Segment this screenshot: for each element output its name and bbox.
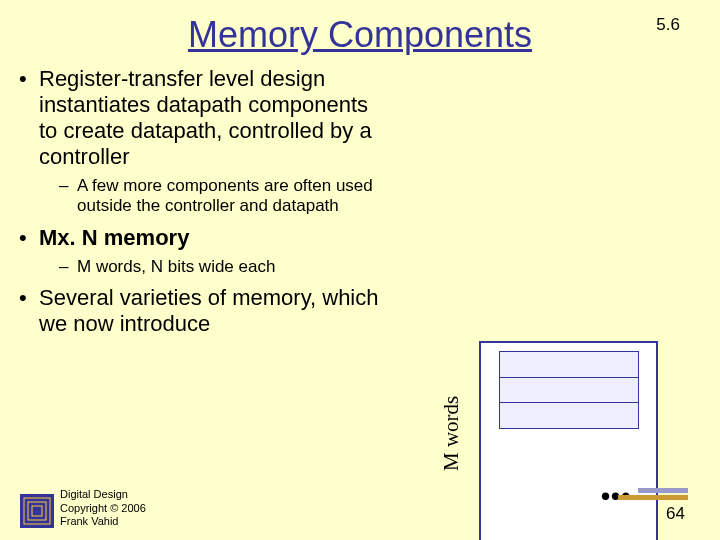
bullet-2: Mx. N memory M words, N bits wide each xyxy=(15,225,389,277)
logo-icon xyxy=(20,494,54,528)
text-column: Register-transfer level design instantia… xyxy=(15,66,399,540)
bullet-1: Register-transfer level design instantia… xyxy=(15,66,389,217)
mwords-axis-label: M words xyxy=(439,396,464,471)
word-cell xyxy=(499,377,639,404)
decorative-bars xyxy=(618,488,688,500)
top-words xyxy=(499,351,639,428)
bullet-2-sub: M words, N bits wide each xyxy=(59,257,389,277)
page-number-top: 5.6 xyxy=(656,15,680,35)
footer-text: Digital Design Copyright © 2006 Frank Va… xyxy=(60,488,700,528)
footer-line2: Copyright © 2006 xyxy=(60,502,146,514)
footer-line3: Frank Vahid xyxy=(60,515,119,527)
page-number-bottom: 64 xyxy=(666,504,685,524)
bullet-1-text: Register-transfer level design instantia… xyxy=(39,66,372,169)
word-cell xyxy=(499,402,639,429)
svg-rect-0 xyxy=(20,494,54,528)
footer-line1: Digital Design xyxy=(60,488,128,500)
bullet-list: Register-transfer level design instantia… xyxy=(15,66,389,337)
bar-icon xyxy=(618,495,688,500)
slide-title: Memory Components xyxy=(0,14,720,56)
bullet-2-text: Mx. N memory xyxy=(39,225,189,250)
content-area: Register-transfer level design instantia… xyxy=(0,66,720,540)
figure-column: M words ••• N-bits wide each M×N memory xyxy=(399,66,705,540)
word-cell xyxy=(499,351,639,378)
bullet-3: Several varieties of memory, which we no… xyxy=(15,285,389,337)
bullet-1-sub: A few more components are often used out… xyxy=(59,176,389,217)
footer: Digital Design Copyright © 2006 Frank Va… xyxy=(20,488,700,528)
bar-icon xyxy=(638,488,688,493)
